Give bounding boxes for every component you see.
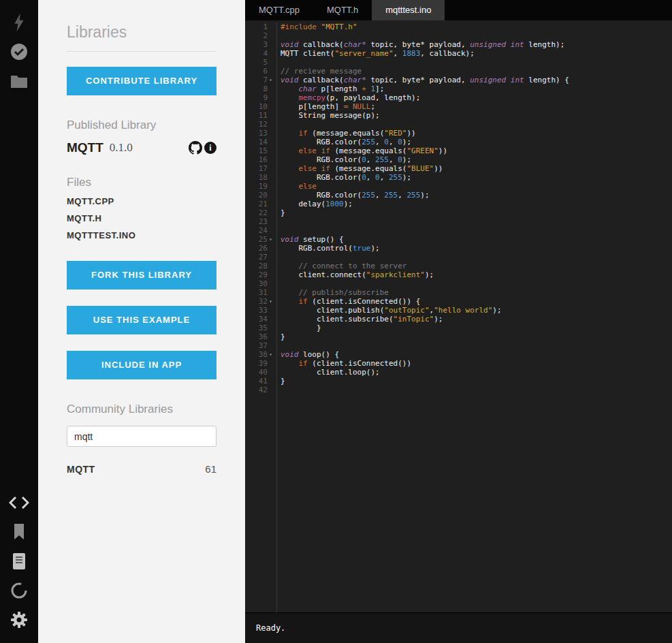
docs-icon: [12, 553, 26, 569]
code-editor[interactable]: 1234567▾89101112131415161718192021222324…: [245, 20, 672, 612]
console-icon: [10, 582, 28, 599]
contribute-library-button[interactable]: CONTRIBUTE LIBRARY: [67, 67, 217, 95]
file-item[interactable]: MQTT.H: [67, 213, 217, 223]
code-icon: [9, 496, 29, 509]
verify-button[interactable]: [7, 40, 31, 63]
fork-library-button[interactable]: FORK THIS LIBRARY: [67, 261, 217, 289]
app-sidebar: [0, 0, 38, 643]
published-library-row: MQTT 0.1.0 i: [67, 140, 217, 155]
settings-button[interactable]: [7, 608, 31, 631]
title-divider: [67, 51, 217, 52]
editor-gutter: 1234567▾89101112131415161718192021222324…: [245, 22, 276, 612]
folder-button[interactable]: [7, 69, 31, 93]
editor-tab[interactable]: MQTT.h: [313, 0, 372, 20]
status-text: Ready.: [256, 623, 285, 633]
panel-title: Libraries: [67, 23, 217, 42]
include-in-app-button[interactable]: INCLUDE IN APP: [67, 351, 217, 379]
libraries-bookmark-icon: [14, 524, 25, 540]
library-version: 0.1.0: [110, 141, 133, 155]
use-example-button[interactable]: USE THIS EXAMPLE: [67, 306, 217, 334]
files-list: MQTT.CPPMQTT.HMQTTTEST.INO: [67, 196, 217, 240]
settings-gear-icon: [10, 611, 28, 629]
community-results: MQTT61: [67, 463, 217, 475]
library-result-name: MQTT: [67, 464, 95, 475]
flash-icon: [12, 13, 26, 32]
editor-tab[interactable]: MQTT.cpp: [245, 0, 313, 20]
verify-icon: [10, 43, 28, 61]
github-icon[interactable]: [189, 141, 202, 155]
files-heading: Files: [67, 176, 217, 189]
console-button[interactable]: [7, 579, 31, 602]
libraries-button[interactable]: [7, 520, 31, 544]
status-bar: Ready.: [245, 612, 672, 643]
info-icon[interactable]: i: [204, 142, 217, 154]
library-result-row[interactable]: MQTT61: [67, 463, 217, 475]
libraries-panel: Libraries CONTRIBUTE LIBRARY Published L…: [38, 0, 245, 643]
library-search-input[interactable]: [67, 426, 217, 447]
code-lines[interactable]: #include "MQTT.h" void callback(char* to…: [276, 22, 672, 612]
file-item[interactable]: MQTT.CPP: [67, 196, 217, 206]
library-name: MQTT: [67, 140, 103, 155]
editor-tabbar: MQTT.cppMQTT.hmqtttest.ino: [245, 0, 672, 20]
community-libraries-heading: Community Libraries: [67, 403, 217, 416]
code-editor-pane: MQTT.cppMQTT.hmqtttest.ino 1234567▾89101…: [245, 0, 672, 643]
flash-button[interactable]: [7, 11, 31, 34]
file-item[interactable]: MQTTTEST.INO: [67, 230, 217, 240]
code-button[interactable]: [7, 491, 31, 514]
folder-icon: [10, 74, 28, 89]
published-library-heading: Published Library: [67, 119, 217, 132]
library-result-count: 61: [205, 463, 217, 475]
library-links: i: [189, 141, 217, 155]
docs-button[interactable]: [7, 550, 31, 573]
editor-tab[interactable]: mqtttest.ino: [372, 0, 445, 20]
